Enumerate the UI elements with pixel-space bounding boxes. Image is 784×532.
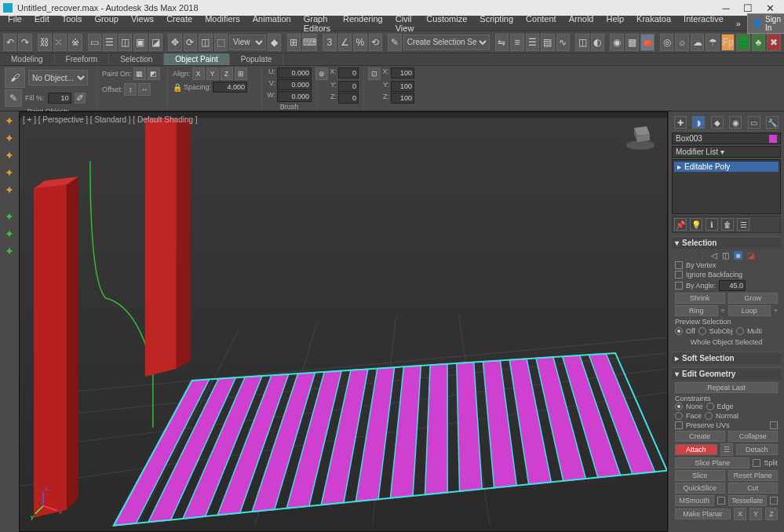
rz-input[interactable] — [338, 93, 359, 104]
detach-button[interactable]: Detach — [736, 444, 779, 455]
menu-tools[interactable]: Tools — [56, 13, 89, 35]
w-input[interactable] — [277, 91, 312, 102]
subobj-polygon-icon[interactable]: ■ — [734, 251, 742, 260]
modify-panel-icon[interactable]: ◗ — [692, 116, 705, 129]
bind-button[interactable]: ※ — [68, 34, 82, 51]
move-button[interactable]: ✥ — [168, 34, 181, 51]
lt-icon-8[interactable]: ✦ — [2, 243, 17, 259]
select-region-button[interactable]: ◫ — [119, 34, 132, 51]
msmooth-settings[interactable] — [717, 497, 725, 505]
planar-z[interactable]: Z — [765, 508, 778, 520]
modifier-list-select[interactable]: Modifier List ▾ — [672, 146, 781, 158]
x-button[interactable]: ✖ — [767, 34, 780, 51]
painton-obj-button[interactable]: ◩ — [148, 67, 160, 80]
modifier-stack[interactable]: ▸ Editable Poly — [672, 159, 781, 214]
ry-input[interactable] — [338, 81, 359, 92]
menu-edit[interactable]: Edit — [28, 13, 56, 35]
viewport[interactable]: [ + ] [ Perspective ] [ Standard ] [ Def… — [19, 111, 668, 532]
subobj-element-icon[interactable]: ◪ — [747, 251, 754, 260]
refcoord-select[interactable]: View — [229, 35, 266, 50]
snap-toggle-button[interactable]: 3 — [323, 34, 336, 51]
menu-krakatoa[interactable]: Krakatoa — [630, 13, 677, 35]
offset-x-button[interactable]: ↕ — [124, 83, 137, 96]
sx-input[interactable] — [391, 67, 414, 78]
curve-editor-button[interactable]: ∿ — [556, 34, 570, 51]
select-filter-button[interactable]: ◪ — [149, 34, 162, 51]
unique-icon[interactable]: ℹ — [706, 218, 718, 231]
rollout-editgeom-header[interactable]: ▾ Edit Geometry — [672, 368, 781, 380]
pin-stack-icon[interactable]: 📌 — [674, 218, 687, 231]
menu-civil-view[interactable]: Civil View — [389, 13, 421, 35]
edit-selection-button[interactable]: ✎ — [388, 34, 401, 51]
eraser-icon[interactable]: ✎ — [5, 89, 22, 107]
repeat-last-button[interactable]: Repeat Last — [675, 382, 778, 393]
object-color-swatch[interactable] — [769, 135, 777, 143]
infocenter-icon[interactable]: » — [730, 17, 747, 30]
subobj-edge-icon[interactable]: ◁ — [711, 251, 717, 260]
quickslice-button[interactable]: QuickSlice — [675, 483, 725, 494]
by-vertex-cb[interactable] — [675, 261, 683, 269]
plant-button[interactable]: ♣ — [752, 34, 765, 51]
undo-button[interactable]: ↶ — [3, 34, 16, 51]
c-edge-radio[interactable] — [706, 403, 714, 410]
sy-input[interactable] — [391, 81, 414, 92]
make-planar-button[interactable]: Make Planar — [675, 508, 731, 519]
c-face-radio[interactable] — [675, 412, 683, 420]
menu-rendering[interactable]: Rendering — [337, 13, 389, 35]
brush-icon[interactable]: 🖌 — [5, 67, 25, 88]
rx-input[interactable] — [338, 67, 359, 78]
sz-input[interactable] — [391, 93, 414, 104]
by-angle-input[interactable] — [719, 280, 746, 291]
pivot-button[interactable]: ◆ — [268, 34, 281, 51]
unlink-button[interactable]: ⛌ — [53, 34, 67, 51]
preserve-uvs-settings[interactable] — [770, 421, 778, 429]
lt-icon-3[interactable]: ✦ — [2, 148, 17, 163]
lt-icon-4[interactable]: ✦ — [2, 165, 17, 180]
render-setup-button[interactable]: ◉ — [610, 34, 623, 51]
menu-group[interactable]: Group — [88, 13, 125, 35]
lt-icon-2[interactable]: ✦ — [2, 130, 17, 146]
by-angle-cb[interactable] — [675, 282, 683, 290]
hierarchy-panel-icon[interactable]: ◆ — [711, 116, 724, 129]
select-button[interactable]: ▭ — [88, 34, 101, 51]
link-button[interactable]: ⛓ — [38, 34, 51, 51]
painton-grid-button[interactable]: ▦ — [133, 67, 146, 80]
menu-file[interactable]: File — [2, 13, 28, 35]
attach-list-button[interactable]: ☰ — [720, 443, 733, 456]
menu-interactive[interactable]: Interactive — [677, 13, 730, 35]
reset-plane-button[interactable]: Reset Plane — [728, 470, 779, 481]
collapse-button[interactable]: Collapse — [728, 431, 779, 442]
ring-button[interactable]: Ring — [675, 305, 718, 316]
menu-modifiers[interactable]: Modifiers — [199, 13, 246, 35]
create-panel-icon[interactable]: ✚ — [674, 116, 687, 129]
menu-create[interactable]: Create — [160, 13, 199, 35]
schematic-button[interactable]: ◫ — [575, 34, 589, 51]
select-name-button[interactable]: ☰ — [103, 34, 116, 51]
preserve-uvs-cb[interactable] — [675, 421, 683, 429]
slice-plane-button[interactable]: Slice Plane — [675, 457, 749, 468]
ribbon-tab-populate[interactable]: Populate — [230, 53, 283, 65]
u-input[interactable] — [277, 67, 312, 78]
plugin3-button[interactable]: ☁ — [691, 34, 704, 51]
rollout-softsel-header[interactable]: ▸ Soft Selection — [672, 352, 781, 364]
menu-arnold[interactable]: Arnold — [563, 13, 600, 35]
plugin4-button[interactable]: ☂ — [706, 34, 719, 51]
keyboard-button[interactable]: ⌨ — [302, 34, 317, 51]
menu-customize[interactable]: Customize — [420, 13, 473, 35]
rotate-button[interactable]: ⟳ — [184, 34, 197, 51]
planar-x[interactable]: X — [734, 508, 746, 520]
show-end-icon[interactable]: 💡 — [690, 218, 702, 231]
remove-mod-icon[interactable]: 🗑 — [721, 218, 734, 231]
scale-button[interactable]: ◫ — [199, 34, 212, 51]
display-panel-icon[interactable]: ▭ — [748, 116, 760, 129]
menu-scripting[interactable]: Scripting — [473, 13, 520, 35]
split-cb[interactable] — [753, 459, 760, 467]
shrink-button[interactable]: Shrink — [675, 293, 725, 304]
noobj-select[interactable]: No Object... — [28, 70, 88, 86]
align-x-button[interactable]: X — [192, 67, 205, 80]
redo-button[interactable]: ↷ — [18, 34, 31, 51]
eyedropper-icon[interactable]: ✐ — [75, 93, 86, 104]
ribbon-tab-selection[interactable]: Selection — [109, 53, 164, 65]
offset-y-button[interactable]: ↔ — [138, 83, 151, 96]
ribbon-tab-freeform[interactable]: Freeform — [55, 53, 110, 65]
